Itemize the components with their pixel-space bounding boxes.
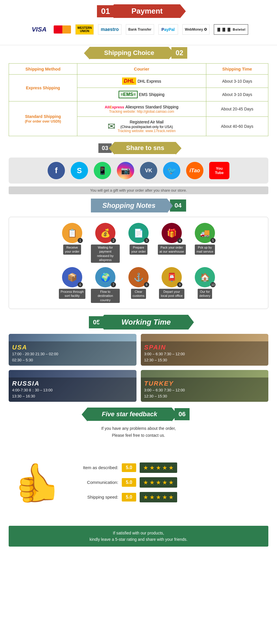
- ems-time: About 3-10 Days: [206, 88, 268, 101]
- rating-item-score: 5.0: [122, 463, 136, 472]
- webmoney-logo: WebMoney ✪: [182, 24, 209, 35]
- itao-icon[interactable]: iTao: [186, 162, 203, 179]
- instagram-icon[interactable]: 📷: [117, 162, 134, 179]
- step-8: ⚓ 8 Clearcustoms: [124, 267, 153, 303]
- payment-title: Payment: [114, 4, 180, 18]
- youtube-icon[interactable]: YouTube: [209, 162, 229, 179]
- star-4: ★: [162, 464, 167, 471]
- step-8-icon: ⚓ 8: [128, 267, 149, 287]
- notes-steps-row-2: 📦 6 Process throughsort facility 🌍 7 Flo…: [15, 267, 262, 303]
- step-2: 💰 2 Waiting for paymentreleased by alixp…: [91, 223, 120, 263]
- dhl-time: About 3-10 Days: [206, 75, 268, 88]
- step-7-number: 7: [111, 282, 116, 287]
- airmail-icon: ✉: [108, 121, 115, 132]
- step-2-icon: 💰 2: [95, 223, 115, 243]
- sns-icons-row: f S 📱 📷 VK 🐦 iTao YouTube: [9, 158, 268, 184]
- star-c1: ★: [143, 479, 148, 486]
- working-usa-country: USA: [12, 344, 133, 351]
- shipping-header: Shipping Choice 02: [9, 47, 268, 59]
- working-spain-country: SPAIN: [144, 344, 265, 351]
- star-s3: ★: [156, 494, 161, 501]
- dhl-courier-cell: DHL DHL Express: [77, 75, 206, 88]
- rating-comm-stars: ★ ★ ★ ★ ★: [140, 477, 177, 488]
- working-russia-card: RUSSIA 4:00-7:30 8：30 – 13:0013:30 – 16:…: [9, 370, 136, 402]
- step-4-icon: 🎁 4: [162, 223, 182, 243]
- working-turkey-country: TURKEY: [144, 380, 265, 387]
- working-spain-card: SPAIN 3:00 – 6:30 7:30 – 12:0012:30 – 15…: [141, 334, 269, 366]
- sns-gift-text: You will get a gift with your order afte…: [9, 186, 268, 194]
- star-s5: ★: [169, 494, 174, 501]
- rating-item-stars: ★ ★ ★ ★ ★: [140, 462, 177, 473]
- sns-title: Share to sns: [115, 142, 176, 154]
- star-1: ★: [143, 464, 148, 471]
- step-3: 📄 3 Prepareyour order: [124, 223, 153, 263]
- step-3-label: Prepareyour order: [130, 245, 147, 255]
- notes-box: 📋 1 Receiveyour order 💰 2 Waiting for pa…: [9, 217, 268, 309]
- ems-courier-cell: ≡EMS≡ EMS Shipping: [77, 88, 206, 101]
- step-9-number: 9: [177, 282, 182, 287]
- working-title: Working Time: [104, 315, 188, 330]
- visa-logo: VISA: [29, 24, 49, 35]
- twitter-icon[interactable]: 🐦: [163, 162, 180, 179]
- rating-comm-score: 5.0: [122, 478, 136, 487]
- facebook-icon[interactable]: f: [48, 162, 65, 179]
- feedback-main: 👍 Item as described: 5.0 ★ ★ ★ ★ ★ Commu…: [9, 445, 268, 520]
- working-usa-times: 17:00 - 20:30 21:30 – 02:0002:30 – 5:30: [12, 351, 133, 363]
- feedback-intro: If you have any problems about the order…: [9, 425, 268, 439]
- star-5: ★: [169, 464, 174, 471]
- col-time: Shipping Time: [206, 64, 268, 75]
- star-c4: ★: [162, 479, 167, 486]
- shipping-title: Shipping Choice: [90, 47, 169, 59]
- feedback-bottom-line2: kindly leave a 5-star rating and share w…: [89, 537, 187, 542]
- step-7-label: Flow to destinationcountry: [91, 289, 120, 303]
- step-6-label: Process throughsort facility: [59, 289, 85, 299]
- shopping-notes-section: Shopping Notes 04 📋 1 Receiveyour order …: [0, 199, 277, 315]
- mastercard-logo: [54, 25, 71, 34]
- standard-shipping-label: Standard Shipping(For order over USD5): [9, 101, 77, 136]
- payment-header: 01 Payment: [0, 4, 277, 18]
- step-4: 🎁 4 Pack your orderat our warehouse: [157, 223, 186, 263]
- whatsapp-icon[interactable]: 📱: [94, 162, 111, 179]
- feedback-bottom-line1: If satisfied with our products,: [113, 531, 164, 535]
- working-russia-country: RUSSIA: [12, 380, 133, 387]
- working-turkey-times: 3:00 – 6:30 7:30 – 12:0012:30 – 15:30: [144, 387, 265, 399]
- payment-section: 01 Payment VISA WESTERNUNION maestro Ban…: [0, 0, 277, 43]
- shipping-row-express-dhl: Express Shipping DHL DHL Express About 3…: [9, 75, 268, 88]
- star-s2: ★: [149, 494, 155, 501]
- working-usa-content: USA 17:00 - 20:30 21:30 – 02:0002:30 – 5…: [9, 341, 136, 366]
- bank-transfer-logo: Bank Transfer: [126, 24, 154, 35]
- airmail-time: About 40-60 Days: [206, 117, 268, 136]
- ems-name: EMS Shipping: [139, 92, 164, 97]
- notes-steps-row: 📋 1 Receiveyour order 💰 2 Waiting for pa…: [15, 223, 262, 263]
- dhl-name: DHL Express: [137, 79, 161, 84]
- feedback-intro-line1: If you have any problems about the order…: [101, 426, 176, 431]
- rating-row-comm: Communication: 5.0 ★ ★ ★ ★ ★: [72, 477, 268, 488]
- step-10-label: Our fordelivery: [198, 289, 212, 299]
- sns-section: 03 Share to sns f S 📱 📷 VK 🐦 iTao YouTub…: [0, 142, 277, 199]
- step-6-icon: 📦 6: [62, 267, 82, 287]
- feedback-title: Five star feedback: [87, 408, 172, 421]
- ali-logo: AliExpress: [105, 105, 124, 109]
- vk-icon[interactable]: VK: [140, 162, 157, 179]
- working-time-section: 05 Working Time USA 17:00 - 20:30 21:30 …: [0, 315, 277, 408]
- working-spain-content: SPAIN 3:00 – 6:30 7:30 – 12:0012:30 – 15…: [141, 341, 269, 366]
- step-8-number: 8: [144, 282, 149, 287]
- working-grid: USA 17:00 - 20:30 21:30 – 02:0002:30 – 5…: [9, 334, 268, 402]
- rating-ship-stars: ★ ★ ★ ★ ★: [140, 492, 177, 502]
- feedback-header: Five star feedback 06: [9, 408, 268, 421]
- star-s4: ★: [162, 494, 167, 501]
- step-5: 🚚 5 Pck up bymail service: [190, 223, 219, 263]
- shipping-table: Shipping Method Courier Shipping Time Ex…: [9, 63, 268, 136]
- step-5-number: 5: [210, 238, 216, 243]
- step-1-number: 1: [78, 238, 83, 243]
- airmail-name: Registered Air Mail(China post/epacket-o…: [118, 120, 176, 129]
- notes-title: Shopping Notes: [91, 199, 167, 212]
- step-5-icon: 🚚 5: [195, 223, 215, 243]
- working-header: 05 Working Time: [9, 315, 268, 330]
- dhl-logo: DHL: [122, 77, 136, 85]
- star-c2: ★: [149, 479, 155, 486]
- payment-logos-row: VISA WESTERNUNION maestro Bank Transfer …: [0, 21, 277, 40]
- working-turkey-card: TURKEY 3:00 – 6:30 7:30 – 12:0012:30 – 1…: [141, 370, 269, 402]
- skype-icon[interactable]: S: [71, 162, 88, 179]
- step-9-icon: 📮 9: [162, 267, 182, 287]
